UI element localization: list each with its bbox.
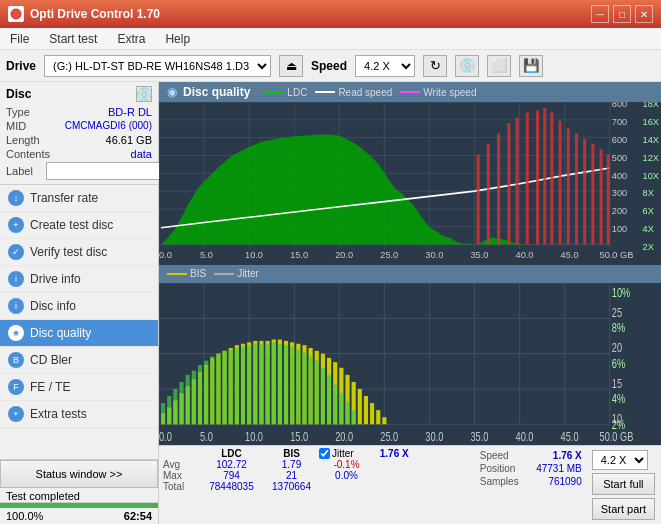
svg-rect-139 (272, 342, 276, 424)
fe-te-icon: F (8, 379, 24, 395)
menu-start-test[interactable]: Start test (45, 30, 101, 48)
svg-rect-34 (575, 133, 578, 244)
menu-file[interactable]: File (6, 30, 33, 48)
speed-row: Speed 1.76 X (480, 450, 582, 461)
svg-rect-132 (229, 349, 233, 424)
nav-disc-info[interactable]: i Disc info (0, 293, 158, 320)
svg-text:100: 100 (612, 224, 627, 234)
refresh-button[interactable]: ↻ (423, 55, 447, 77)
jitter-checkbox[interactable] (319, 448, 330, 459)
drive-select[interactable]: (G:) HL-DT-ST BD-RE WH16NS48 1.D3 (44, 55, 271, 77)
speed-select[interactable]: 4.2 X (355, 55, 415, 77)
bis-header: BIS (264, 448, 319, 459)
svg-text:4%: 4% (612, 391, 625, 405)
status-bar-row: 100.0% 62:54 (0, 508, 158, 524)
status-window-button[interactable]: Status window >> (0, 460, 158, 488)
samples-label: Samples (480, 476, 519, 487)
samples-value: 761090 (548, 476, 581, 487)
eject-button[interactable]: ⏏ (279, 55, 303, 77)
lower-chart-svg: 10% 8% 6% 4% 2% 25 20 15 10 0.0 5.0 10.0… (159, 283, 661, 446)
maximize-button[interactable]: □ (613, 5, 631, 23)
svg-rect-135 (247, 345, 251, 424)
svg-rect-134 (241, 346, 245, 424)
svg-text:4X: 4X (643, 224, 655, 234)
svg-text:40.0: 40.0 (516, 250, 534, 260)
disc-button[interactable]: 💿 (455, 55, 479, 77)
nav-disc-quality[interactable]: ★ Disc quality (0, 320, 158, 347)
drivebar: Drive (G:) HL-DT-ST BD-RE WH16NS48 1.D3 … (0, 50, 661, 82)
titlebar-left: Opti Drive Control 1.70 (8, 6, 160, 22)
ldc-max: 794 (199, 470, 264, 481)
disc-icon-btn[interactable]: 💿 (136, 86, 152, 102)
svg-rect-31 (550, 112, 553, 244)
svg-rect-125 (186, 374, 190, 423)
disc-contents-value: data (131, 148, 152, 160)
svg-text:45.0: 45.0 (561, 429, 579, 443)
svg-text:16X: 16X (643, 117, 660, 127)
disc-type-row: Type BD-R DL (6, 106, 152, 118)
nav-extra-tests[interactable]: + Extra tests (0, 401, 158, 428)
menu-extra[interactable]: Extra (113, 30, 149, 48)
svg-rect-67 (159, 283, 661, 446)
chart-upper: 800 700 600 500 400 300 200 100 18X 16X … (159, 102, 661, 265)
svg-rect-152 (352, 410, 356, 424)
start-full-button[interactable]: Start full (592, 473, 655, 495)
svg-text:700: 700 (612, 117, 627, 127)
status-area: Status window >> Test completed 100.0% 6… (0, 459, 158, 524)
nav-fe-te[interactable]: F FE / TE (0, 374, 158, 401)
svg-rect-25 (497, 133, 500, 244)
upper-chart-svg: 800 700 600 500 400 300 200 100 18X 16X … (159, 102, 661, 265)
nav-verify-test-disc[interactable]: ✓ Verify test disc (0, 239, 158, 266)
legend-write-speed-color (400, 91, 420, 93)
svg-rect-121 (161, 403, 165, 424)
svg-text:18X: 18X (643, 102, 660, 109)
position-value: 47731 MB (536, 463, 582, 474)
start-part-button[interactable]: Start part (592, 498, 655, 520)
disc-type-label: Type (6, 106, 30, 118)
blank-button[interactable]: ⬜ (487, 55, 511, 77)
svg-text:5.0: 5.0 (200, 250, 213, 260)
ldc-total: 78448035 (199, 481, 264, 492)
svg-text:20: 20 (612, 340, 622, 354)
svg-text:200: 200 (612, 206, 627, 216)
svg-rect-140 (278, 343, 282, 424)
svg-text:45.0: 45.0 (561, 250, 579, 260)
nav-create-test-disc[interactable]: + Create test disc (0, 212, 158, 239)
disc-section: Disc 💿 Type BD-R DL MID CMCMAGDI6 (000) … (0, 82, 158, 185)
svg-rect-146 (315, 360, 319, 424)
nav-drive-info[interactable]: i Drive info (0, 266, 158, 293)
svg-rect-124 (179, 381, 183, 423)
status-time: 62:54 (124, 510, 152, 522)
svg-rect-127 (198, 364, 202, 423)
speed-value: 1.76 X (553, 450, 582, 461)
svg-text:15.0: 15.0 (290, 429, 308, 443)
save-button[interactable]: 💾 (519, 55, 543, 77)
svg-text:800: 800 (612, 102, 627, 109)
bis-avg: 1.79 (264, 459, 319, 470)
svg-rect-29 (536, 110, 539, 244)
svg-text:12X: 12X (643, 153, 660, 163)
verify-test-disc-icon: ✓ (8, 244, 24, 260)
speed-action-dropdown[interactable]: 4.2 X (592, 450, 648, 470)
svg-rect-149 (333, 384, 337, 424)
nav-cd-bler[interactable]: B CD Bler (0, 347, 158, 374)
legend-jitter: Jitter (214, 268, 259, 279)
menu-help[interactable]: Help (161, 30, 194, 48)
minimize-button[interactable]: ─ (591, 5, 609, 23)
jitter-max: 0.0% (319, 470, 374, 481)
svg-text:400: 400 (612, 170, 627, 180)
chart-lower-header: BIS Jitter (159, 265, 661, 283)
left-panel: Disc 💿 Type BD-R DL MID CMCMAGDI6 (000) … (0, 82, 159, 524)
disc-mid-value: CMCMAGDI6 (000) (65, 120, 152, 132)
svg-rect-116 (358, 388, 362, 423)
nav-transfer-rate[interactable]: ↕ Transfer rate (0, 185, 158, 212)
speed-label-sm: Speed (480, 450, 509, 461)
app-icon (8, 6, 24, 22)
menubar: File Start test Extra Help (0, 28, 661, 50)
svg-text:20.0: 20.0 (335, 429, 353, 443)
close-button[interactable]: ✕ (635, 5, 653, 23)
action-buttons: 4.2 X Start full Start part (590, 448, 657, 522)
jitter-avg: -0.1% (319, 459, 374, 470)
avg-row: Avg 102.72 1.79 -0.1% (163, 459, 472, 470)
svg-text:5.0: 5.0 (200, 429, 213, 443)
